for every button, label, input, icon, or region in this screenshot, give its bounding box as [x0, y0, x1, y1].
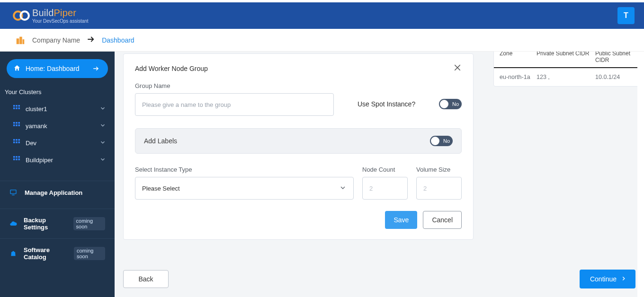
- cell-private-subnet: 123 ,: [537, 74, 595, 80]
- svg-rect-26: [16, 156, 18, 158]
- node-count-input[interactable]: [362, 177, 408, 200]
- sidebar-item-buildpiper[interactable]: Buildpiper: [0, 151, 115, 168]
- svg-rect-13: [13, 122, 15, 124]
- cell-zone: eu-north-1a: [500, 74, 537, 80]
- toggle-knob: [431, 137, 439, 145]
- svg-rect-21: [18, 139, 20, 141]
- add-labels-title: Add Labels: [144, 137, 177, 145]
- add-worker-node-group-card: Add Worker Node Group Group Name Use Spo…: [123, 53, 474, 240]
- svg-rect-25: [13, 156, 15, 158]
- svg-rect-9: [18, 105, 20, 107]
- sidebar-item-label: yamank: [26, 122, 47, 130]
- svg-rect-31: [10, 190, 16, 194]
- instance-type-value: Please Select: [142, 185, 180, 192]
- company-icon: [15, 35, 26, 45]
- svg-rect-16: [13, 124, 15, 126]
- sidebar-backup-settings[interactable]: Backup Settings coming soon: [0, 209, 115, 238]
- coming-soon-badge: coming soon: [74, 247, 105, 260]
- sidebar-item-dev[interactable]: Dev: [0, 134, 115, 151]
- node-count-label: Node Count: [362, 166, 408, 173]
- svg-rect-11: [16, 107, 18, 109]
- cell-public-subnet: 10.0.1/24: [595, 74, 638, 80]
- wizard-footer: Back Continue: [123, 270, 635, 288]
- grid-icon: [13, 105, 20, 113]
- monitor-icon: [9, 189, 18, 196]
- svg-rect-8: [16, 105, 18, 107]
- grid-icon: [13, 139, 20, 147]
- grid-icon: [13, 122, 20, 130]
- chevron-down-icon: [99, 156, 106, 164]
- chevron-down-icon: [99, 139, 106, 147]
- back-button[interactable]: Back: [123, 270, 169, 288]
- sidebar-item-cluster1[interactable]: cluster1: [0, 100, 115, 117]
- svg-rect-22: [13, 141, 15, 143]
- coming-soon-badge: coming soon: [73, 217, 105, 230]
- svg-rect-12: [18, 107, 20, 109]
- home-dashboard-button[interactable]: Home: Dashboard: [7, 59, 108, 78]
- volume-size-input[interactable]: [416, 177, 462, 200]
- svg-rect-15: [18, 122, 20, 124]
- save-button[interactable]: Save: [385, 211, 417, 229]
- svg-rect-4: [23, 39, 25, 44]
- svg-rect-19: [13, 139, 15, 141]
- add-labels-row: Add Labels No: [135, 128, 462, 154]
- svg-rect-28: [13, 158, 15, 160]
- group-name-label: Group Name: [135, 82, 334, 89]
- breadcrumb-dashboard-link[interactable]: Dashboard: [102, 36, 134, 44]
- col-private-subnet: Private Subnet CIDR: [537, 52, 595, 63]
- sidebar: Home: Dashboard Your Clusters cluster1 y…: [0, 52, 115, 297]
- volume-size-label: Volume Size: [416, 166, 462, 173]
- sidebar-item-label: Backup Settings: [24, 217, 67, 231]
- toggle-text: No: [443, 138, 450, 144]
- table-row: eu-north-1a 123 , 10.0.1/24: [494, 68, 644, 86]
- spot-instance-toggle[interactable]: No: [439, 99, 462, 109]
- sidebar-item-label: Software Catalog: [24, 246, 67, 261]
- chevron-down-icon: [339, 184, 347, 193]
- subnet-table: Zone Private Subnet CIDR Public Subnet C…: [493, 52, 644, 87]
- sidebar-manage-application[interactable]: Manage Application: [0, 181, 115, 204]
- close-icon[interactable]: [453, 63, 462, 74]
- grid-icon: [13, 156, 20, 164]
- chevron-right-icon: [620, 275, 627, 283]
- brand-logo-icon: [12, 9, 28, 22]
- card-title: Add Worker Node Group: [135, 65, 208, 72]
- brand: BuildPiper Your DevSecOps assistant: [12, 8, 89, 24]
- home-icon: [13, 64, 21, 73]
- sidebar-item-label: Buildpiper: [26, 157, 53, 164]
- right-gutter: [637, 52, 644, 297]
- group-name-input[interactable]: [135, 93, 334, 116]
- topbar: BuildPiper Your DevSecOps assistant T: [0, 2, 644, 29]
- svg-rect-14: [16, 122, 18, 124]
- breadcrumb: Company Name Dashboard: [0, 29, 644, 52]
- user-avatar-button[interactable]: T: [617, 7, 635, 24]
- svg-rect-2: [17, 38, 19, 44]
- col-public-subnet: Public Subnet CIDR: [595, 52, 638, 63]
- sidebar-section-clusters-title: Your Clusters: [0, 87, 115, 100]
- brand-name: BuildPiper: [32, 8, 89, 17]
- sidebar-software-catalog[interactable]: Software Catalog coming soon: [0, 238, 115, 268]
- add-labels-toggle[interactable]: No: [430, 136, 453, 146]
- col-zone: Zone: [500, 52, 537, 63]
- svg-rect-29: [16, 158, 18, 160]
- continue-label: Continue: [590, 275, 617, 283]
- svg-rect-7: [13, 105, 15, 107]
- continue-button[interactable]: Continue: [580, 270, 635, 288]
- svg-rect-17: [16, 124, 18, 126]
- sidebar-item-yamank[interactable]: yamank: [0, 117, 115, 134]
- svg-rect-23: [16, 141, 18, 143]
- breadcrumb-company: Company Name: [32, 36, 80, 44]
- svg-rect-3: [19, 36, 22, 44]
- svg-rect-20: [16, 139, 18, 141]
- sidebar-item-label: cluster1: [26, 105, 47, 113]
- chevron-down-icon: [99, 122, 106, 130]
- bag-icon: [9, 250, 17, 257]
- arrow-right-icon: [91, 63, 101, 74]
- instance-type-label: Select Instance Type: [135, 166, 354, 173]
- svg-rect-18: [18, 124, 20, 126]
- instance-type-select[interactable]: Please Select: [135, 177, 354, 200]
- breadcrumb-arrow-icon: [87, 35, 95, 45]
- home-label: Home: Dashboard: [26, 65, 80, 72]
- svg-rect-27: [18, 156, 20, 158]
- svg-rect-10: [13, 107, 15, 109]
- cancel-button[interactable]: Cancel: [423, 211, 462, 229]
